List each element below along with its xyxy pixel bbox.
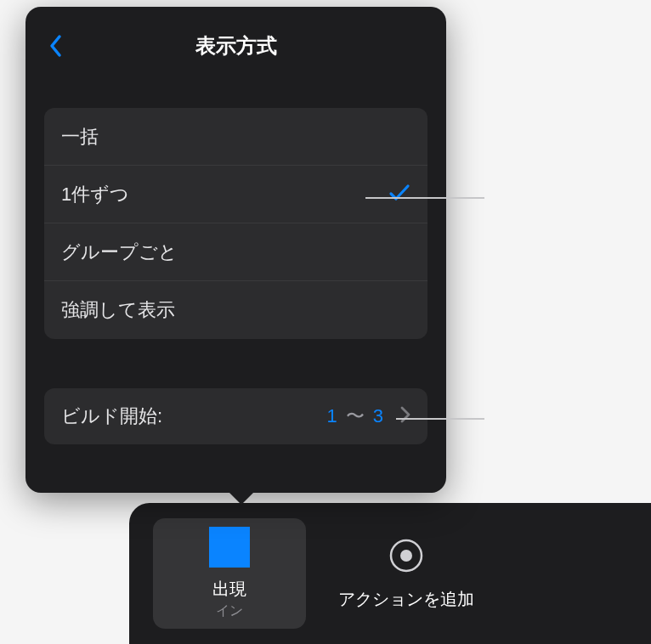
build-start-group: ビルド開始: 1 〜 3: [44, 388, 427, 444]
build-start-value: 1 〜 3: [162, 404, 410, 429]
build-start-row[interactable]: ビルド開始: 1 〜 3: [44, 388, 427, 444]
build-to-number: 3: [373, 405, 383, 427]
checkmark-icon: [388, 182, 410, 207]
build-from-number: 1: [327, 405, 337, 427]
option-one-at-a-time[interactable]: 1件ずつ: [44, 166, 427, 223]
option-label: グループごと: [61, 240, 178, 265]
appear-effect-thumbnail: [209, 527, 250, 568]
delivery-popover: 表示方式 一括 1件ずつ グループごと 強調して表示 ビルド開始: 1 〜: [25, 7, 446, 493]
option-by-group[interactable]: グループごと: [44, 223, 427, 281]
build-range-separator: 〜: [346, 404, 365, 429]
option-highlighted[interactable]: 強調して表示: [44, 281, 427, 339]
add-action-icon: [388, 537, 425, 578]
popover-title: 表示方式: [195, 32, 277, 59]
delivery-options-group: 一括 1件ずつ グループごと 強調して表示: [44, 108, 427, 339]
appear-effect-label: 出現: [212, 578, 246, 601]
callout-line: [365, 197, 484, 199]
option-label: 強調して表示: [61, 297, 175, 323]
popover-header: 表示方式: [25, 22, 446, 70]
option-label: 1件ずつ: [61, 182, 129, 207]
build-start-label: ビルド開始:: [61, 404, 162, 429]
svg-point-1: [400, 550, 412, 562]
appear-effect-sublabel: イン: [216, 602, 243, 620]
back-button[interactable]: [44, 34, 68, 58]
add-action-label: アクションを追加: [338, 588, 474, 611]
chevron-right-icon: [400, 406, 410, 427]
option-all-at-once[interactable]: 一括: [44, 108, 427, 166]
add-action-button[interactable]: アクションを追加: [330, 518, 483, 629]
callout-line: [396, 418, 484, 420]
option-label: 一括: [61, 124, 99, 150]
appear-effect-button[interactable]: 出現 イン: [153, 518, 306, 629]
bottom-toolbar: 出現 イン アクションを追加: [129, 503, 651, 644]
